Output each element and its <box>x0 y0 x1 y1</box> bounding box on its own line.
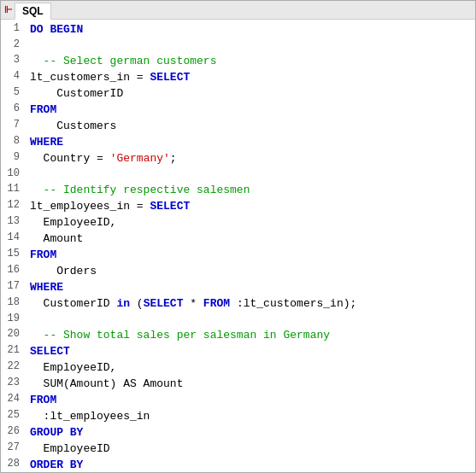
line-content: -- Identify respective salesmen <box>26 182 475 198</box>
code-editor[interactable]: 1DO BEGIN23 -- Select german customers4l… <box>1 20 475 472</box>
line-content: -- Select german customers <box>26 53 475 69</box>
table-row: 25 :lt_employees_in <box>1 408 475 424</box>
table-row: 23 SUM(Amount) AS Amount <box>1 376 475 392</box>
code-table: 1DO BEGIN23 -- Select german customers4l… <box>1 21 475 472</box>
line-number: 25 <box>1 408 26 424</box>
code-token: SELECT <box>150 71 190 84</box>
line-number: 8 <box>1 134 26 150</box>
code-token: EmployeeID, <box>30 361 116 374</box>
line-content: ORDER BY <box>26 457 475 472</box>
line-number: 10 <box>1 166 26 182</box>
line-content: CustomerID <box>26 85 475 102</box>
code-token: DO BEGIN <box>30 23 83 36</box>
table-row: 7 Customers <box>1 118 475 134</box>
table-row: 17WHERE <box>1 279 475 295</box>
code-token: -- Show total sales per salesman in Germ… <box>30 329 330 342</box>
sql-icon: ⊩ <box>4 4 13 15</box>
tab-bar: ⊩ SQL <box>1 1 475 20</box>
line-number: 18 <box>1 295 26 312</box>
code-token: FROM <box>30 248 56 261</box>
line-number: 16 <box>1 263 26 279</box>
line-content: FROM <box>26 102 475 118</box>
line-content: Country = 'Germany'; <box>26 150 475 166</box>
line-content <box>26 38 475 53</box>
table-row: 15FROM <box>1 247 475 263</box>
table-row: 9 Country = 'Germany'; <box>1 150 475 166</box>
code-token: Orders <box>30 265 97 277</box>
table-row: 12lt_employees_in = SELECT <box>1 198 475 214</box>
table-row: 28ORDER BY <box>1 457 475 472</box>
code-token: 'Germany' <box>110 152 170 165</box>
code-token: WHERE <box>30 136 63 149</box>
table-row: 4lt_customers_in = SELECT <box>1 69 475 85</box>
code-token: Customers <box>30 120 116 132</box>
code-token: lt_employees_in = <box>30 200 150 213</box>
line-number: 7 <box>1 118 26 134</box>
line-number: 28 <box>1 457 26 472</box>
line-number: 5 <box>1 85 26 102</box>
code-token: GROUP BY <box>30 426 83 439</box>
table-row: 14 Amount <box>1 231 475 247</box>
line-content <box>26 312 475 327</box>
code-token: CustomerID <box>30 87 123 100</box>
code-token: ( <box>130 297 144 310</box>
line-content: :lt_employees_in <box>26 408 475 424</box>
line-number: 15 <box>1 247 26 263</box>
code-token: FROM <box>30 103 56 116</box>
line-content: Orders <box>26 263 475 279</box>
table-row: 26GROUP BY <box>1 424 475 441</box>
table-row: 10 <box>1 166 475 182</box>
code-token: EmployeeID, <box>30 216 116 229</box>
line-number: 3 <box>1 53 26 69</box>
code-token: :lt_customers_in); <box>230 297 356 310</box>
line-content: SUM(Amount) AS Amount <box>26 376 475 392</box>
line-content: SELECT <box>26 343 475 359</box>
line-number: 4 <box>1 69 26 85</box>
code-token: SELECT <box>144 297 184 310</box>
line-content: EmployeeID, <box>26 359 475 376</box>
line-number: 19 <box>1 312 26 327</box>
line-number: 21 <box>1 343 26 359</box>
code-token: Country = <box>30 152 110 165</box>
table-row: 18 CustomerID in (SELECT * FROM :lt_cust… <box>1 295 475 312</box>
sql-tab[interactable]: SQL <box>15 3 51 20</box>
line-number: 2 <box>1 38 26 53</box>
table-row: 21SELECT <box>1 343 475 359</box>
sql-editor-window: ⊩ SQL 1DO BEGIN23 -- Select german custo… <box>0 0 476 473</box>
code-token: -- Identify respective salesmen <box>30 184 250 196</box>
code-token: WHERE <box>30 281 63 294</box>
code-token: * <box>183 297 203 310</box>
line-content: EmployeeID <box>26 441 475 457</box>
line-number: 20 <box>1 327 26 343</box>
line-content: GROUP BY <box>26 424 475 441</box>
code-token: :lt_employees_in <box>30 410 150 423</box>
line-content: EmployeeID, <box>26 214 475 231</box>
table-row: 19 <box>1 312 475 327</box>
line-number: 9 <box>1 150 26 166</box>
line-content: FROM <box>26 392 475 408</box>
line-number: 26 <box>1 424 26 441</box>
code-token: ORDER BY <box>30 458 83 471</box>
code-token: -- Select german customers <box>30 55 216 67</box>
table-row: 1DO BEGIN <box>1 21 475 38</box>
line-content: lt_employees_in = SELECT <box>26 198 475 214</box>
line-number: 1 <box>1 21 26 38</box>
table-row: 11 -- Identify respective salesmen <box>1 182 475 198</box>
code-token: SELECT <box>30 345 70 358</box>
line-content: WHERE <box>26 134 475 150</box>
line-content <box>26 166 475 182</box>
table-row: 16 Orders <box>1 263 475 279</box>
line-number: 24 <box>1 392 26 408</box>
table-row: 3 -- Select german customers <box>1 53 475 69</box>
table-row: 13 EmployeeID, <box>1 214 475 231</box>
line-number: 11 <box>1 182 26 198</box>
table-row: 24FROM <box>1 392 475 408</box>
table-row: 5 CustomerID <box>1 85 475 102</box>
table-row: 2 <box>1 38 475 53</box>
line-number: 22 <box>1 359 26 376</box>
table-row: 8WHERE <box>1 134 475 150</box>
line-content: WHERE <box>26 279 475 295</box>
code-token: lt_customers_in = <box>30 71 150 84</box>
line-number: 27 <box>1 441 26 457</box>
code-token: SUM(Amount) AS Amount <box>30 377 183 390</box>
